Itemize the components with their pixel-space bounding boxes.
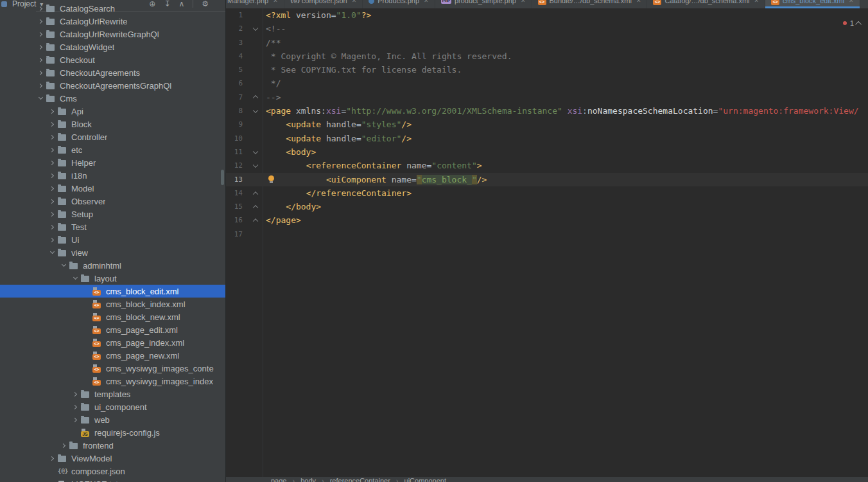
tree-item-cms-wysiwyg-images-index[interactable]: cms_wysiwyg_images_index [0, 375, 225, 388]
tree-item-observer[interactable]: Observer [0, 195, 225, 208]
tree-item-checkoutagreements[interactable]: CheckoutAgreements [0, 66, 225, 79]
chevron-right-icon[interactable] [50, 121, 55, 127]
tab-close-icon[interactable]: ✕ [273, 0, 278, 4]
chevron-right-icon[interactable] [73, 391, 78, 397]
code-line-7[interactable]: 7--> [226, 91, 868, 104]
chevron-right-icon[interactable] [50, 199, 55, 204]
code-line-9[interactable]: 9 <update handle="styles"/> [226, 118, 868, 131]
chevron-right-icon[interactable] [50, 186, 55, 191]
chevron-right-icon[interactable] [50, 109, 55, 114]
tree-item-setup[interactable]: Setup [0, 208, 225, 220]
code-line-13[interactable]: 13 <uiComponent name="cms_block_"/> [226, 173, 868, 186]
tab-close-icon[interactable]: ✕ [754, 0, 759, 4]
fold-down-icon[interactable] [253, 25, 258, 30]
code-line-1[interactable]: 1<?xml version="1.0"?> [226, 8, 868, 22]
code-line-11[interactable]: 11 <body> [226, 145, 868, 159]
code-editor[interactable]: 1<?xml version="1.0"?>2<!--3/**4 * Copyr… [226, 8, 868, 477]
fold-down-icon[interactable] [253, 162, 258, 167]
tab-close-icon[interactable]: ✕ [352, 0, 357, 4]
tree-item-cms-block-new-xml[interactable]: cms_block_new.xml [0, 310, 225, 323]
tree-item-block[interactable]: Block [0, 118, 225, 130]
fold-up-icon[interactable] [253, 205, 258, 210]
fold-up-icon[interactable] [253, 95, 258, 100]
chevron-right-icon[interactable] [50, 237, 55, 242]
code-line-2[interactable]: 2<!-- [226, 22, 868, 35]
chevron-right-icon[interactable] [39, 57, 44, 62]
tree-item-api[interactable]: Api [0, 105, 225, 118]
editor-tab-products-php[interactable]: Products.php✕ [363, 0, 435, 8]
chevron-right-icon[interactable] [50, 224, 55, 229]
chevron-down-icon[interactable] [62, 263, 67, 268]
tree-item-layout[interactable]: layout [0, 272, 225, 285]
tree-item-ui[interactable]: Ui [0, 233, 225, 246]
editor-tab-cms-block-edit-xml[interactable]: cms_block_edit.xml✕ [765, 0, 860, 8]
chevron-right-icon[interactable] [62, 443, 67, 448]
tab-close-icon[interactable]: ✕ [636, 0, 641, 4]
tree-item-checkoutagreementsgraphql[interactable]: CheckoutAgreementsGraphQl [0, 79, 225, 92]
fold-down-icon[interactable] [253, 107, 258, 112]
chevron-right-icon[interactable] [39, 83, 44, 88]
editor-tab-catalog-db-schema-xml[interactable]: Catalog/…/db_schema.xml✕ [647, 0, 765, 8]
tree-item-license-txt[interactable]: LICENSE.txt [0, 478, 225, 482]
code-line-6[interactable]: 6 */ [226, 76, 868, 90]
tree-item-model[interactable]: Model [0, 182, 225, 195]
editor-tab-composer-json[interactable]: composer.json✕ [284, 0, 363, 8]
fold-up-icon[interactable] [253, 191, 258, 196]
code-line-17[interactable]: 17 [226, 228, 868, 241]
chevron-right-icon[interactable] [39, 44, 44, 49]
tree-item-test[interactable]: Test [0, 220, 225, 233]
tree-item-catalogwidget[interactable]: CatalogWidget [0, 40, 225, 53]
editor-tab-manager-php[interactable]: Manager.php✕ [226, 0, 284, 8]
tree-item-view[interactable]: view [0, 246, 225, 259]
chevron-right-icon[interactable] [50, 134, 55, 139]
tree-scrollbar-thumb[interactable] [221, 170, 224, 185]
editor-tab-bundle-db-schema-xml[interactable]: Bundle/…/db_schema.xml✕ [532, 0, 648, 8]
tree-item-catalogurlrewrite[interactable]: CatalogUrlRewrite [0, 15, 225, 28]
chevron-down-icon[interactable] [50, 250, 55, 255]
tree-item-cms-page-edit-xml[interactable]: cms_page_edit.xml [0, 323, 225, 336]
chevron-up-icon[interactable] [855, 21, 862, 27]
tree-item-cms[interactable]: Cms [0, 92, 225, 105]
tree-item-cms-block-edit-xml[interactable]: cms_block_edit.xml [0, 285, 225, 298]
tree-item-catalogsearch[interactable]: CatalogSearch [0, 2, 225, 15]
chevron-right-icon[interactable] [50, 211, 55, 217]
chevron-right-icon[interactable] [73, 417, 78, 422]
chevron-down-icon[interactable] [39, 96, 44, 101]
code-line-8[interactable]: 8<page xmlns:xsi="http://www.w3.org/2001… [226, 104, 868, 118]
editor-tab-product-simple-php[interactable]: product_simple.php✕ [435, 0, 532, 8]
breadcrumb-item-body[interactable]: body [300, 477, 316, 482]
tree-item-helper[interactable]: Helper [0, 156, 225, 169]
tree-item-catalogurlrewritegraphql[interactable]: CatalogUrlRewriteGraphQl [0, 28, 225, 40]
tree-item-frontend[interactable]: frontend [0, 439, 225, 452]
tree-item-cms-page-new-xml[interactable]: cms_page_new.xml [0, 349, 225, 362]
breadcrumb-item-uicomponent[interactable]: uiComponent [404, 477, 446, 482]
chevron-right-icon[interactable] [39, 19, 44, 24]
chevron-right-icon[interactable] [50, 173, 55, 178]
chevron-right-icon[interactable] [50, 147, 55, 152]
tree-item-templates[interactable]: templates [0, 388, 225, 400]
tab-close-icon[interactable]: ✕ [849, 0, 854, 4]
tree-item-etc[interactable]: etc [0, 143, 225, 156]
chevron-down-icon[interactable] [73, 276, 78, 281]
fold-up-icon[interactable] [253, 219, 258, 224]
fold-down-icon[interactable] [253, 148, 258, 154]
chevron-right-icon[interactable] [39, 31, 44, 37]
code-line-5[interactable]: 5 * See COPYING.txt for license details. [226, 63, 868, 76]
tree-item-cms-page-index-xml[interactable]: cms_page_index.xml [0, 336, 225, 349]
tab-close-icon[interactable]: ✕ [521, 0, 526, 4]
intention-bulb-icon[interactable] [268, 175, 274, 181]
code-line-15[interactable]: 15 </body> [226, 200, 868, 213]
chevron-right-icon[interactable] [50, 456, 55, 461]
tree-item-cms-wysiwyg-images-conte[interactable]: cms_wysiwyg_images_conte [0, 362, 225, 375]
code-line-3[interactable]: 3/** [226, 36, 868, 49]
tab-close-icon[interactable]: ✕ [424, 0, 429, 4]
breadcrumb-item-referencecontainer[interactable]: referenceContainer [330, 477, 390, 482]
tree-item-controller[interactable]: Controller [0, 130, 225, 143]
tree-item-i18n[interactable]: i18n [0, 169, 225, 182]
chevron-right-icon[interactable] [39, 70, 44, 75]
tree-item-checkout[interactable]: Checkout [0, 53, 225, 66]
inspections-widget[interactable]: 1 [843, 19, 862, 27]
tree-item-cms-block-index-xml[interactable]: cms_block_index.xml [0, 298, 225, 310]
chevron-right-icon[interactable] [39, 6, 44, 11]
chevron-right-icon[interactable] [50, 160, 55, 165]
